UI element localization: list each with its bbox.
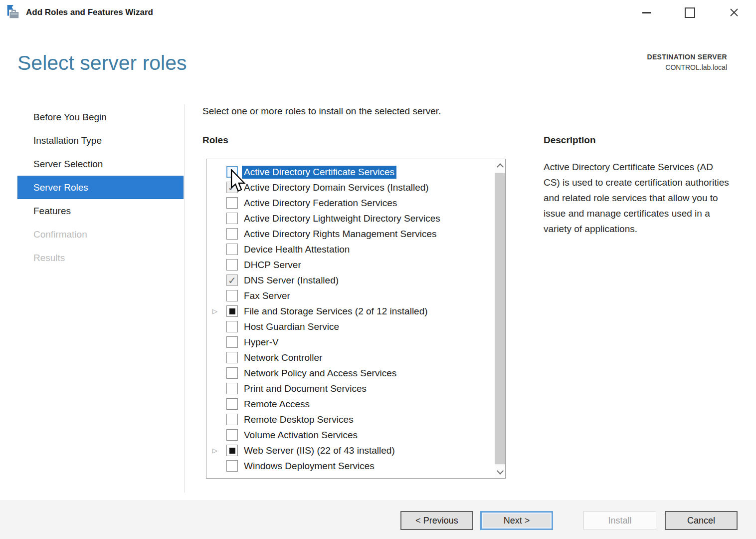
title-bar: Add Roles and Features Wizard (0, 0, 756, 26)
install-button: Install (583, 511, 656, 530)
role-row: Active Directory Rights Management Servi… (206, 226, 494, 242)
role-label[interactable]: DHCP Server (242, 259, 303, 271)
expand-arrow-icon[interactable]: ▷ (212, 443, 226, 458)
role-label[interactable]: Active Directory Certificate Services (242, 166, 396, 179)
description-text: Active Directory Certificate Services (A… (544, 159, 731, 237)
role-label[interactable]: Remote Desktop Services (242, 413, 356, 426)
role-label[interactable]: Volume Activation Services (242, 429, 360, 442)
role-row: ✓Active Directory Domain Services (Insta… (206, 180, 494, 195)
role-checkbox[interactable] (226, 460, 238, 472)
footer-bar: < PreviousNext >InstallCancel (0, 501, 756, 539)
sidebar-item-results: Results (17, 246, 184, 270)
role-label[interactable]: Host Guardian Service (242, 320, 341, 333)
role-row: Volume Activation Services (206, 427, 494, 443)
wizard-window: Add Roles and Features Wizard Select ser… (0, 0, 756, 539)
scrollbar-up-button[interactable] (495, 159, 505, 173)
role-row: Print and Document Services (206, 381, 494, 396)
sidebar-item-installation-type[interactable]: Installation Type (17, 129, 184, 152)
scrollbar-thumb[interactable] (495, 173, 505, 464)
description-heading: Description (544, 135, 596, 146)
role-row: Remote Desktop Services (206, 412, 494, 427)
role-row: Fax Server (206, 288, 494, 303)
role-row: Remote Access (206, 396, 494, 412)
role-label[interactable]: Active Directory Lightweight Directory S… (242, 212, 442, 225)
close-icon (729, 7, 740, 18)
role-checkbox[interactable] (226, 228, 238, 240)
partial-check-fill (229, 308, 235, 314)
role-label[interactable]: Web Server (IIS) (22 of 43 installed) (242, 444, 397, 457)
scrollbar-down-button[interactable] (495, 465, 505, 478)
role-row: ▷Web Server (IIS) (22 of 43 installed) (206, 443, 494, 458)
role-row: Active Directory Lightweight Directory S… (206, 211, 494, 226)
sidebar-item-features[interactable]: Features (17, 199, 184, 223)
roles-listbox: Active Directory Certificate Services✓Ac… (206, 159, 506, 479)
role-label[interactable]: DNS Server (Installed) (242, 274, 341, 287)
destination-server-name: CONTROL.lab.local (647, 63, 727, 71)
destination-server-block: DESTINATION SERVER CONTROL.lab.local (647, 53, 727, 71)
role-label[interactable]: Print and Document Services (242, 382, 369, 395)
sidebar-item-before-you-begin[interactable]: Before You Begin (17, 105, 184, 129)
sidebar-nav: Before You BeginInstallation TypeServer … (17, 105, 184, 270)
previous-button[interactable]: < Previous (400, 511, 473, 530)
role-label[interactable]: Active Directory Rights Management Servi… (242, 228, 438, 241)
role-label[interactable]: Active Directory Federation Services (242, 197, 399, 210)
sidebar-item-confirmation: Confirmation (17, 223, 184, 246)
role-label[interactable]: File and Storage Services (2 of 12 insta… (242, 305, 430, 318)
maximize-button[interactable] (677, 0, 703, 25)
roles-heading: Roles (202, 135, 228, 146)
sidebar-item-server-roles[interactable]: Server Roles (17, 176, 184, 199)
role-checkbox[interactable] (226, 336, 238, 348)
maximize-icon (685, 7, 695, 18)
role-checkbox[interactable] (226, 398, 238, 410)
role-checkbox[interactable] (226, 445, 238, 456)
role-label[interactable]: Windows Deployment Services (242, 460, 377, 473)
window-title: Add Roles and Features Wizard (26, 7, 153, 17)
next-button[interactable]: Next > (480, 511, 553, 530)
close-button[interactable] (721, 0, 747, 25)
role-row: ▷File and Storage Services (2 of 12 inst… (206, 303, 494, 319)
role-checkbox[interactable] (226, 414, 238, 425)
role-checkbox[interactable] (226, 429, 238, 441)
role-label[interactable]: Network Policy and Access Services (242, 367, 398, 380)
role-checkbox[interactable]: ✓ (226, 182, 238, 193)
role-checkbox[interactable] (226, 383, 238, 394)
role-checkbox[interactable]: ✓ (226, 274, 238, 286)
role-label[interactable]: Fax Server (242, 289, 292, 302)
minimize-icon (642, 12, 651, 13)
role-row: Network Policy and Access Services (206, 365, 494, 381)
role-label[interactable]: Hyper-V (242, 336, 281, 349)
role-row: Network Controller (206, 350, 494, 365)
role-checkbox[interactable] (226, 213, 238, 224)
role-checkbox[interactable] (226, 305, 238, 317)
roles-scrollbar[interactable] (495, 159, 505, 478)
expand-arrow-icon[interactable]: ▷ (212, 303, 226, 319)
role-checkbox[interactable] (226, 352, 238, 363)
sidebar-item-server-selection[interactable]: Server Selection (17, 152, 184, 176)
sidebar-divider (185, 104, 185, 493)
cancel-button[interactable]: Cancel (665, 511, 738, 530)
role-checkbox[interactable] (226, 259, 238, 270)
role-checkbox[interactable] (226, 290, 238, 301)
role-row: Host Guardian Service (206, 319, 494, 334)
roles-list-rows: Active Directory Certificate Services✓Ac… (206, 164, 494, 477)
partial-check-fill (229, 448, 235, 454)
role-checkbox[interactable] (226, 166, 238, 178)
role-row: Windows Deployment Services (206, 458, 494, 474)
role-checkbox[interactable] (226, 321, 238, 332)
role-label[interactable]: Remote Access (242, 398, 312, 411)
role-checkbox[interactable] (226, 367, 238, 379)
minimize-button[interactable] (633, 0, 659, 25)
role-checkbox[interactable] (226, 197, 238, 209)
role-label[interactable]: Active Directory Domain Services (Instal… (242, 181, 431, 194)
role-checkbox[interactable] (226, 244, 238, 255)
role-label[interactable]: Network Controller (242, 351, 324, 364)
role-row: Device Health Attestation (206, 242, 494, 257)
server-manager-icon (5, 4, 20, 20)
role-row: DHCP Server (206, 257, 494, 272)
role-row: Active Directory Certificate Services (206, 164, 494, 180)
destination-server-label: DESTINATION SERVER (647, 53, 727, 61)
role-label[interactable]: Device Health Attestation (242, 243, 352, 256)
chevron-down-icon (496, 467, 503, 474)
role-row: Hyper-V (206, 334, 494, 350)
page-title: Select server roles (17, 51, 187, 75)
